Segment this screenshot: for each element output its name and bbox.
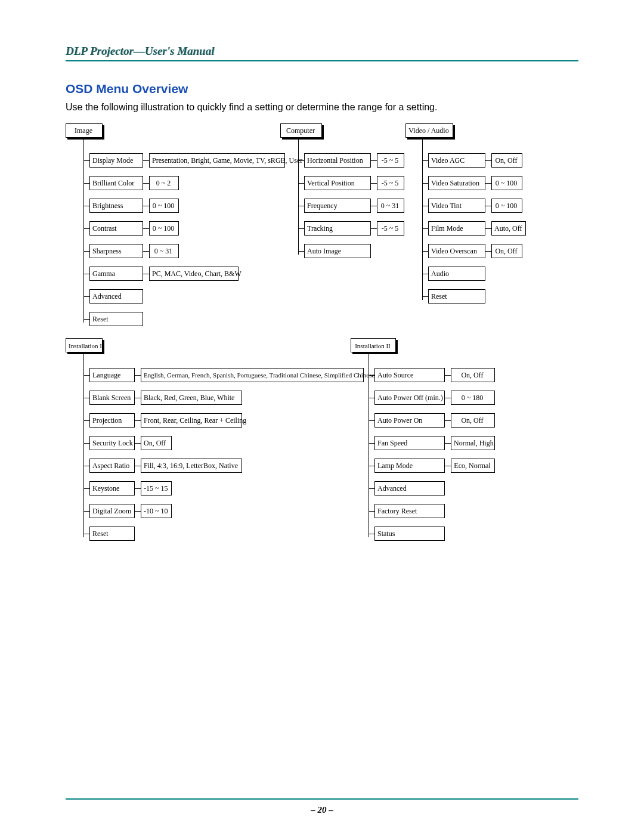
footer-rule — [66, 798, 578, 800]
computer-item-frequency: Frequency — [304, 199, 371, 213]
menu-installation-1: Installation I — [66, 338, 103, 352]
install2-item-auto-source: Auto Source — [374, 368, 445, 382]
running-header: DLP Projector—User's Manual — [66, 45, 578, 58]
image-range-gamma: PC, MAC, Video, Chart, B&W — [149, 267, 239, 281]
image-item-gamma: Gamma — [89, 267, 143, 281]
install1-range-digital-zoom: -10 ~ 10 — [141, 504, 172, 518]
image-item-advanced: Advanced — [89, 289, 143, 304]
image-item-brilliant-color: Brilliant Color — [89, 176, 143, 190]
image-range-brilliant-color: 0 ~ 2 — [149, 176, 179, 190]
page-number: – 20 – — [0, 805, 644, 815]
install1-item-keystone: Keystone — [89, 481, 135, 496]
menu-video-audio: Video / Audio — [405, 123, 453, 138]
image-range-display-mode: Presentation, Bright, Game, Movie, TV, s… — [149, 153, 285, 168]
video-range-tint: 0 ~ 100 — [491, 199, 522, 213]
video-range-agc: On, Off — [491, 153, 522, 168]
video-item-tint: Video Tint — [428, 199, 485, 213]
video-item-overscan: Video Overscan — [428, 244, 485, 258]
install1-range-projection: Front, Rear, Ceiling, Rear + Ceiling — [141, 413, 242, 428]
install2-item-auto-power-off: Auto Power Off (min.) — [374, 391, 445, 405]
install2-range-fan-speed: Normal, High — [451, 436, 495, 450]
computer-range-tracking: -5 ~ 5 — [377, 221, 404, 236]
image-range-brightness: 0 ~ 100 — [149, 199, 179, 213]
computer-range-frequency: 0 ~ 31 — [377, 199, 404, 213]
intro-text: Use the following illustration to quickl… — [66, 102, 578, 113]
image-item-brightness: Brightness — [89, 199, 143, 213]
header-rule — [66, 60, 578, 61]
install1-item-aspect-ratio: Aspect Ratio — [89, 459, 135, 473]
menu-computer: Computer — [280, 123, 322, 138]
install1-range-language: English, German, French, Spanish, Portug… — [141, 368, 364, 382]
install1-item-projection: Projection — [89, 413, 135, 428]
image-range-contrast: 0 ~ 100 — [149, 221, 179, 236]
computer-item-vpos: Vertical Position — [304, 176, 371, 190]
video-range-saturation: 0 ~ 100 — [491, 176, 522, 190]
image-range-sharpness: 0 ~ 31 — [149, 244, 179, 258]
install1-range-blank-screen: Black, Red, Green, Blue, White — [141, 391, 242, 405]
install2-item-factory-reset: Factory Reset — [374, 504, 445, 518]
video-item-agc: Video AGC — [428, 153, 485, 168]
install1-range-keystone: -15 ~ 15 — [141, 481, 172, 496]
install1-item-reset: Reset — [89, 527, 135, 541]
video-item-film-mode: Film Mode — [428, 221, 485, 236]
install1-range-aspect-ratio: Fill, 4:3, 16:9, LetterBox, Native — [141, 459, 242, 473]
image-item-reset: Reset — [89, 312, 143, 326]
image-item-display-mode: Display Mode — [89, 153, 143, 168]
install2-item-status: Status — [374, 527, 445, 541]
computer-item-autoimage: Auto Image — [304, 244, 371, 258]
install2-range-auto-power-off: 0 ~ 180 — [451, 391, 495, 405]
install2-range-auto-power-on: On, Off — [451, 413, 495, 428]
install1-item-blank-screen: Blank Screen — [89, 391, 135, 405]
install2-item-fan-speed: Fan Speed — [374, 436, 445, 450]
video-item-audio: Audio — [428, 267, 485, 281]
install2-range-lamp-mode: Eco, Normal — [451, 459, 495, 473]
video-item-saturation: Video Saturation — [428, 176, 485, 190]
page: DLP Projector—User's Manual OSD Menu Ove… — [0, 0, 644, 833]
video-range-film-mode: Auto, Off — [491, 221, 526, 236]
computer-item-hpos: Horizontal Position — [304, 153, 371, 168]
install2-item-lamp-mode: Lamp Mode — [374, 459, 445, 473]
menu-installation-2: Installation II — [351, 338, 396, 352]
install2-range-auto-source: On, Off — [451, 368, 495, 382]
osd-diagram: Image Display Mode Presentation, Bright,… — [66, 123, 578, 553]
image-item-contrast: Contrast — [89, 221, 143, 236]
install2-item-auto-power-on: Auto Power On — [374, 413, 445, 428]
install1-item-language: Language — [89, 368, 135, 382]
computer-range-vpos: -5 ~ 5 — [377, 176, 404, 190]
install2-item-advanced: Advanced — [374, 481, 445, 496]
video-range-overscan: On, Off — [491, 244, 522, 258]
computer-item-tracking: Tracking — [304, 221, 371, 236]
install1-item-digital-zoom: Digital Zoom — [89, 504, 135, 518]
computer-range-hpos: -5 ~ 5 — [377, 153, 404, 168]
install1-item-security-lock: Security Lock — [89, 436, 135, 450]
install1-range-security-lock: On, Off — [141, 436, 172, 450]
image-item-sharpness: Sharpness — [89, 244, 143, 258]
section-title: OSD Menu Overview — [66, 82, 578, 96]
video-item-reset: Reset — [428, 289, 485, 304]
menu-image: Image — [66, 123, 103, 138]
